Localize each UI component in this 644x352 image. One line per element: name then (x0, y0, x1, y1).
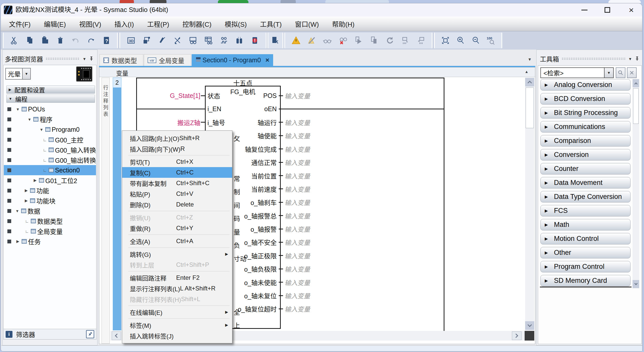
menubar-item[interactable]: 文件(F) (2, 17, 37, 31)
context-menu-item[interactable]: 插入回路(向上)(O) Shift+R (122, 133, 232, 143)
tree-item[interactable]: ▼ 数据 (4, 206, 96, 216)
right-pin-row[interactable]: 轴使能 输入变量 (205, 129, 446, 142)
editor-vscroll-thumb[interactable] (526, 87, 534, 128)
context-menu-item[interactable]: 带有副本复制 Ctrl+Shift+C (122, 178, 232, 188)
right-pin-row[interactable]: o_轴刹车 输入变量 (205, 196, 446, 209)
menubar-item[interactable]: 工程(P) (141, 17, 176, 31)
toolbox-category[interactable]: ▶ Bit String Processing (540, 107, 631, 119)
context-menu-item[interactable]: 剪切(T) Ctrl+X (122, 156, 232, 167)
variables-collapse-icon[interactable]: ▲ (525, 69, 528, 74)
context-menu-item[interactable]: 撤销(U) Ctrl+Z (122, 212, 232, 223)
context-menu-item[interactable]: 插入跳转标签(J) (122, 330, 232, 341)
copy-document-icon[interactable] (369, 36, 379, 45)
editor-vscroll-down-button[interactable] (525, 321, 534, 330)
tree-section-config[interactable]: ▶ 配置和设置 (6, 85, 95, 94)
zoom-100-icon[interactable]: 100 (486, 36, 495, 45)
pin-placeholder-variable[interactable]: 输入变量 (283, 158, 310, 167)
menubar-item[interactable]: 视图(V) (73, 17, 108, 31)
synchronize-icon[interactable] (385, 36, 394, 45)
tab-close-icon[interactable]: × (265, 56, 269, 64)
toolbox-category[interactable]: ▶ Analog Conversion (540, 79, 631, 91)
context-menu-item[interactable] (122, 233, 232, 236)
pin-connection-variable[interactable]: 搬运Z轴 (143, 118, 205, 127)
toolbox-vscroll-thumb[interactable] (633, 88, 639, 124)
redo-icon[interactable] (87, 36, 96, 45)
pin-connection-variable[interactable]: G_State[1] (143, 92, 205, 99)
menubar-item[interactable]: 插入(I) (108, 17, 141, 31)
tree-expander-icon[interactable]: ∟ (42, 158, 47, 162)
tree-expander-icon[interactable]: ▼ (39, 127, 44, 132)
toolbox-search-clear-button[interactable] (627, 67, 637, 78)
pin-placeholder-variable[interactable]: 输入变量 (283, 118, 310, 127)
right-pin-row[interactable]: o_轴复位超时 输入变量 (205, 302, 446, 315)
tree-item[interactable]: ▼ Program0 (4, 124, 96, 135)
delete-icon[interactable] (56, 36, 65, 45)
tree-expander-icon[interactable]: ▼ (15, 209, 20, 213)
paste-icon[interactable] (40, 36, 50, 45)
context-menu-item[interactable]: 跳转(G) (122, 249, 232, 259)
right-pin-row[interactable]: oEN (205, 102, 446, 115)
toolbox-vscroll-up-button[interactable] (633, 79, 639, 87)
minimize-button[interactable] (579, 5, 590, 15)
error-document-icon[interactable]: ! (250, 36, 259, 45)
new-window-icon[interactable] (142, 36, 151, 45)
pin-placeholder-variable[interactable]: 输入变量 (283, 131, 310, 140)
toolbox-search-dropdown-icon[interactable]: ▼ (604, 68, 613, 78)
pin-placeholder-variable[interactable]: 输入变量 (283, 198, 310, 207)
context-menu-item[interactable]: 显示行注释列表(L) L Alt+Shift+R (122, 283, 232, 294)
toolbox-category[interactable]: ▶ Comparison (540, 135, 631, 146)
tab-data-types[interactable]: 数据类型 (100, 54, 143, 66)
tree-item[interactable]: ∟ G00_输入转换 (4, 145, 96, 155)
tree-expander-icon[interactable]: ∟ (42, 138, 47, 142)
controller-selector-arrow-icon[interactable]: ▼ (22, 68, 30, 79)
context-menu-item[interactable] (122, 210, 232, 212)
monitor-stop-icon[interactable] (338, 36, 347, 45)
build-warning-icon[interactable] (291, 36, 301, 45)
pin-placeholder-variable[interactable]: 输入变量 (283, 184, 310, 194)
build-warning-off-icon[interactable] (307, 36, 316, 45)
tree-expander-icon[interactable]: ∟ (42, 168, 47, 172)
explorer-pin-icon[interactable] (89, 56, 94, 61)
context-menu-item[interactable]: 删除(D) Delete (122, 199, 232, 210)
tree-expander-icon[interactable]: ∟ (24, 219, 30, 223)
tree-expander-icon[interactable]: ▼ (15, 107, 20, 111)
context-menu-item[interactable]: 全选(A) Ctrl+A (122, 236, 232, 246)
rung-selection-strip[interactable] (113, 78, 121, 330)
toolbox-category[interactable]: ▶ Motion Control (540, 233, 631, 244)
transfer-from-controller-icon[interactable] (416, 36, 425, 45)
toolbox-category[interactable]: ▶ Other (540, 247, 631, 258)
context-menu-item[interactable]: 粘贴(P) Ctrl+V (122, 188, 232, 199)
context-menu-item[interactable]: 插入回路(向下)(W) R (122, 143, 232, 154)
toolbox-category[interactable]: ▶ Data Movement (540, 177, 631, 188)
maximize-button[interactable] (601, 5, 613, 15)
toolbox-category[interactable]: ▶ Program Control (540, 261, 631, 272)
editor-hscroll-left-button[interactable] (112, 331, 121, 340)
toolbox-category[interactable]: ▶ BCD Conversion (540, 93, 631, 105)
filter-bar[interactable]: i 筛选器 (3, 329, 96, 340)
right-pin-row[interactable]: o_轴不安全 输入变量 (205, 236, 446, 249)
right-pin-row[interactable]: o_轴未使能 输入变量 (205, 275, 446, 289)
waveform-monitor-icon[interactable] (219, 36, 229, 45)
watch-document-icon[interactable] (188, 36, 198, 45)
pin-placeholder-variable[interactable]: 输入变量 (283, 278, 310, 287)
context-menu-item[interactable] (122, 154, 232, 156)
toolbox-search-button[interactable] (616, 67, 625, 78)
zoom-in-icon[interactable] (456, 36, 465, 45)
transfer-to-controller-icon[interactable] (401, 36, 410, 45)
menubar-item[interactable]: 帮助(H) (326, 17, 361, 31)
toolbox-category[interactable]: ▶ Communications (540, 121, 631, 133)
right-pin-row[interactable]: o_轴报警总 输入变量 (205, 209, 446, 222)
pin-placeholder-variable[interactable]: 输入变量 (283, 144, 310, 154)
pin-placeholder-variable[interactable]: 输入变量 (283, 304, 310, 313)
toolbox-search-value[interactable]: <检索> (541, 68, 604, 78)
pin-placeholder-variable[interactable]: 输入变量 (283, 211, 310, 220)
pin-placeholder-variable[interactable]: 输入变量 (283, 224, 310, 233)
tree-expander-icon[interactable]: ▶ (15, 239, 20, 244)
row-comment-column[interactable]: 行注释列表 (102, 78, 110, 344)
context-menu-item[interactable] (122, 246, 232, 249)
help-document-icon[interactable]: ? (102, 36, 111, 45)
right-pin-row[interactable]: 轴运行 输入变量 (205, 116, 446, 129)
filter-pin-button[interactable] (86, 330, 94, 338)
context-menu-item[interactable]: 在线编辑(E) (122, 307, 232, 317)
tree-item[interactable]: ▶ 功能块 (4, 196, 96, 206)
